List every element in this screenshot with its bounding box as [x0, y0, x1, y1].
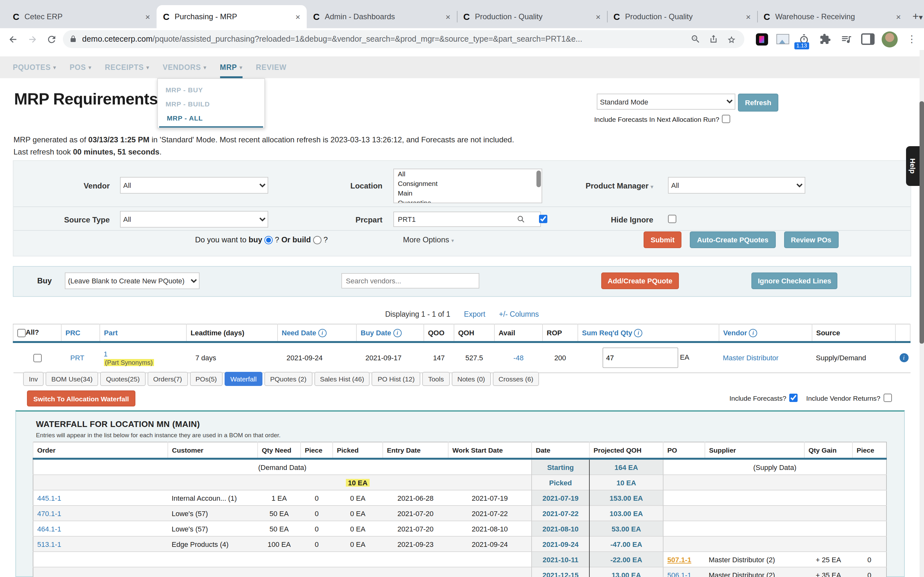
nav-item-review[interactable]: REVIEW — [256, 56, 287, 78]
info-icon[interactable]: i — [899, 353, 908, 362]
forward-button[interactable] — [24, 31, 40, 47]
side-panel-icon[interactable] — [861, 32, 875, 46]
zoom-out-icon[interactable] — [689, 33, 702, 45]
nav-item-mrp[interactable]: MRP▾ — [220, 56, 242, 78]
browser-menu-icon[interactable]: ⋮ — [905, 32, 919, 46]
listbox-scrollbar[interactable] — [536, 171, 541, 187]
vendor-search-input[interactable] — [341, 273, 479, 288]
nav-item-pos[interactable]: POS▾ — [69, 56, 91, 78]
document-extension-icon[interactable] — [754, 32, 769, 46]
waterfall-link-cell[interactable]: 445.1-1 — [33, 490, 168, 506]
nav-item-pquotes[interactable]: PQUOTES▾ — [13, 56, 56, 78]
profile-avatar[interactable] — [882, 31, 898, 47]
waterfall-link-cell[interactable]: 506.1-1 — [663, 567, 705, 577]
buy-radio[interactable] — [264, 236, 273, 245]
playlist-extension-icon[interactable] — [839, 32, 853, 46]
vendor-link[interactable]: Master Distributor — [719, 342, 812, 373]
hide-ignore-checkbox[interactable] — [668, 215, 676, 223]
source-type-select[interactable]: All — [120, 211, 268, 227]
submit-button[interactable]: Submit — [644, 231, 682, 248]
part-tab-crosses-6[interactable]: Crosses (6) — [493, 372, 540, 386]
more-options-link[interactable]: More Options ▾ — [403, 235, 454, 244]
mode-select[interactable]: Standard Mode — [597, 93, 735, 110]
dropdown-item-mrp-all[interactable]: MRP - ALL — [159, 111, 263, 127]
select-all-checkbox[interactable] — [17, 329, 26, 337]
address-bar[interactable]: demo.cetecerp.com/pquote/assisted_purcha… — [63, 30, 744, 48]
build-radio[interactable] — [313, 236, 321, 245]
vendor-select[interactable]: All — [120, 177, 268, 193]
part-tab-notes-0[interactable]: Notes (0) — [451, 372, 491, 386]
browser-tab[interactable]: CPurchasing - MRP× — [157, 5, 307, 28]
help-tab[interactable]: Help — [906, 146, 919, 186]
reload-button[interactable] — [44, 31, 59, 47]
browser-tab[interactable]: CAdmin - Dashboards× — [307, 5, 457, 28]
tab-search-chevron-icon[interactable]: ▾ — [919, 13, 923, 22]
nav-item-receipts[interactable]: RECEIPTS▾ — [105, 56, 149, 78]
waterfall-link-cell[interactable]: 513.1-1 — [33, 536, 168, 552]
prc-column-header[interactable]: PRC — [61, 324, 100, 342]
bookmark-star-icon[interactable] — [725, 33, 738, 45]
image-extension-icon[interactable] — [776, 32, 790, 46]
part-column-header[interactable]: Part — [100, 324, 186, 342]
need-date-column-header[interactable]: Need Datei — [278, 324, 357, 342]
part-tab-tools[interactable]: Tools — [422, 372, 449, 386]
new-tab-button[interactable]: + — [913, 10, 919, 23]
location-listbox[interactable]: All Consignment Main Quarantine — [393, 169, 542, 203]
ignore-checked-lines-button[interactable]: Ignore Checked Lines — [751, 272, 838, 289]
review-pos-button[interactable]: Review POs — [784, 231, 838, 248]
part-tab-pos-5[interactable]: POs(5) — [190, 372, 223, 386]
browser-tab[interactable]: CCetec ERP× — [6, 5, 157, 28]
part-link[interactable]: 1 — [103, 350, 107, 358]
location-option[interactable]: Quarantine — [394, 198, 541, 203]
add-create-pquote-button[interactable]: Add/Create PQuote — [601, 272, 679, 289]
prc-link[interactable]: PRT — [61, 342, 100, 373]
qty-input[interactable] — [602, 348, 678, 368]
tab-close-icon[interactable]: × — [594, 12, 602, 21]
tab-close-icon[interactable]: × — [144, 12, 152, 21]
tab-close-icon[interactable]: × — [895, 12, 902, 21]
page-scrollbar[interactable] — [919, 50, 924, 577]
export-link[interactable]: Export — [464, 310, 485, 318]
browser-tab[interactable]: CProduction - Quality× — [457, 5, 607, 28]
avail-link[interactable]: -48 — [494, 342, 543, 373]
product-manager-select[interactable]: All — [668, 177, 805, 193]
browser-tab[interactable]: CProduction - Quality× — [607, 5, 757, 28]
row-checkbox[interactable] — [33, 354, 41, 362]
vendor-column-header[interactable]: Vendori — [719, 324, 812, 342]
part-tab-sales-hist-46[interactable]: Sales Hist (46) — [314, 372, 370, 386]
location-option[interactable]: Main — [394, 189, 541, 198]
include-vendor-returns-checkbox[interactable] — [884, 394, 892, 402]
waterfall-link-cell[interactable]: 507.1-1 — [663, 552, 705, 567]
tab-close-icon[interactable]: × — [444, 12, 452, 21]
share-icon[interactable] — [707, 33, 720, 45]
dropdown-item-mrp-build[interactable]: MRP - BUILD — [158, 97, 264, 111]
tab-close-icon[interactable]: × — [745, 12, 752, 21]
waterfall-link-cell[interactable]: 470.1-1 — [33, 506, 168, 521]
part-tab-bom-use-34[interactable]: BOM Use(34) — [45, 372, 98, 386]
part-synonyms-tag[interactable]: (Part Synonyms) — [103, 359, 154, 366]
search-icon[interactable] — [517, 215, 525, 224]
part-tab-po-hist-12[interactable]: PO Hist (12) — [372, 372, 421, 386]
back-button[interactable] — [5, 31, 21, 47]
columns-link[interactable]: +/- Columns — [499, 310, 539, 318]
part-tab-quotes-25[interactable]: Quotes(25) — [100, 372, 145, 386]
auto-create-pquotes-button[interactable]: Auto-Create PQuotes — [690, 231, 776, 248]
include-forecasts-next-run-checkbox[interactable] — [722, 115, 730, 123]
browser-tab[interactable]: CWarehouse - Receiving× — [757, 5, 907, 28]
part-tab-inv[interactable]: Inv — [23, 372, 44, 386]
nav-item-vendors[interactable]: VENDORS▾ — [163, 56, 206, 78]
location-option[interactable]: All — [394, 169, 541, 179]
pquote-select[interactable]: (Leave Blank to Create New PQuote) — [65, 272, 200, 289]
part-tab-waterfall[interactable]: Waterfall — [225, 372, 262, 386]
extensions-puzzle-icon[interactable] — [818, 32, 832, 46]
location-option[interactable]: Consignment — [394, 179, 541, 189]
switch-to-allocation-waterfall-button[interactable]: Switch To Allocation Waterfall — [27, 390, 136, 406]
tab-close-icon[interactable]: × — [294, 12, 302, 21]
info-icon[interactable]: i — [318, 329, 326, 337]
info-icon[interactable]: i — [634, 329, 643, 337]
info-icon[interactable]: i — [393, 329, 401, 337]
refresh-button[interactable]: Refresh — [738, 93, 779, 111]
dropdown-item-mrp-buy[interactable]: MRP - BUY — [158, 83, 264, 97]
part-tab-pquotes-2[interactable]: PQuotes (2) — [264, 372, 312, 386]
sum-reqd-qty-column-header[interactable]: Sum Req'd Qtyi — [578, 324, 719, 342]
